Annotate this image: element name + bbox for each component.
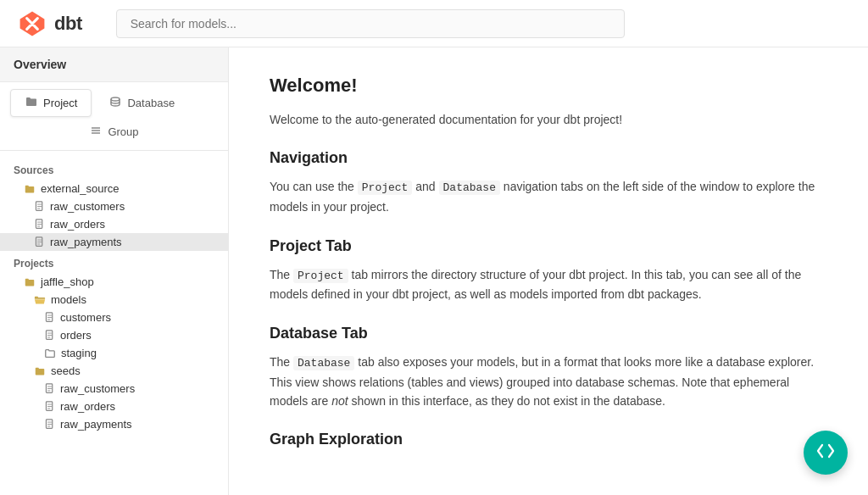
section-projects-label: Projects xyxy=(0,251,228,273)
tab-group-label: Group xyxy=(108,125,138,138)
tab-group[interactable]: Group xyxy=(10,120,218,143)
file-icon xyxy=(44,330,55,341)
tree-item-orders[interactable]: orders xyxy=(0,326,228,344)
database-code: Database xyxy=(439,181,500,195)
tree-item-raw-customers-seed[interactable]: raw_customers xyxy=(0,380,228,398)
folder-icon xyxy=(24,276,36,288)
database-tab-body: The Database tab also exposes your model… xyxy=(270,353,827,411)
tree-item-seeds[interactable]: seeds xyxy=(0,362,228,380)
tree-item-models[interactable]: models xyxy=(0,291,228,309)
tree-item-raw-payments[interactable]: raw_payments xyxy=(0,233,228,251)
tree-label: customers xyxy=(60,311,111,324)
tree-label: raw_orders xyxy=(50,218,105,231)
tree-label: staging xyxy=(61,347,97,359)
header: dbt xyxy=(0,0,868,47)
tab-project-label: Project xyxy=(43,97,77,109)
tab-database-label: Database xyxy=(127,97,175,109)
tree-item-raw-orders-seed[interactable]: raw_orders xyxy=(0,398,228,415)
dbt-logo-icon xyxy=(17,8,47,39)
file-icon xyxy=(34,236,45,248)
tree-item-staging[interactable]: staging xyxy=(0,344,228,362)
tab-project[interactable]: Project xyxy=(10,89,92,117)
tree-item-raw-orders[interactable]: raw_orders xyxy=(0,215,228,233)
folder-icon xyxy=(24,183,36,195)
overview-label: Overview xyxy=(0,47,228,82)
svg-point-0 xyxy=(111,97,120,101)
tree-label: raw_payments xyxy=(60,418,132,431)
tree-label: jaffle_shop xyxy=(41,275,94,288)
search-bar[interactable] xyxy=(116,9,625,38)
file-icon xyxy=(44,419,55,430)
project-code2: Project xyxy=(293,269,348,283)
tree-label: models xyxy=(51,293,86,306)
tree-label: external_source xyxy=(41,182,120,195)
folder-icon xyxy=(34,365,46,377)
fab-button[interactable] xyxy=(804,431,848,475)
tree-item-raw-customers[interactable]: raw_customers xyxy=(0,197,228,215)
sidebar-tabs: Project Database Group xyxy=(0,82,228,151)
tree-label: raw_customers xyxy=(60,382,135,395)
sidebar-content: Sources external_source raw_customers ra… xyxy=(0,151,228,495)
project-tab-body: The Project tab mirrors the directory st… xyxy=(270,265,827,304)
graph-exploration-heading: Graph Exploration xyxy=(270,431,827,448)
section-sources-label: Sources xyxy=(0,158,228,180)
folder-empty-icon xyxy=(44,348,56,359)
search-input[interactable] xyxy=(116,9,625,38)
project-tab-heading: Project Tab xyxy=(270,237,827,255)
group-icon xyxy=(89,124,103,140)
file-icon xyxy=(44,383,55,394)
navigation-body: You can use the Project and Database nav… xyxy=(270,177,827,216)
intro-text: Welcome to the auto-generated documentat… xyxy=(270,110,827,129)
page-title: Welcome! xyxy=(270,75,827,97)
tree-label: seeds xyxy=(51,364,81,377)
tree-item-customers[interactable]: customers xyxy=(0,309,228,326)
file-icon xyxy=(44,312,55,323)
navigation-heading: Navigation xyxy=(270,149,827,167)
logo: dbt xyxy=(17,8,82,39)
logo-text: dbt xyxy=(54,13,82,35)
file-icon xyxy=(34,219,45,230)
database-tab-heading: Database Tab xyxy=(270,325,827,342)
database-icon xyxy=(108,95,122,111)
folder-open-icon xyxy=(34,294,46,306)
tree-item-raw-payments-seed[interactable]: raw_payments xyxy=(0,415,228,433)
file-icon xyxy=(44,401,55,412)
main-layout: Overview Project Database Group xyxy=(0,47,868,495)
fab-icon xyxy=(815,441,836,465)
tree-item-external-source[interactable]: external_source xyxy=(0,180,228,197)
database-code2: Database xyxy=(293,356,354,370)
tab-database[interactable]: Database xyxy=(95,90,188,116)
tree-label: raw_orders xyxy=(60,400,115,413)
main-content: Welcome! Welcome to the auto-generated d… xyxy=(229,47,868,495)
file-icon xyxy=(34,201,45,212)
sidebar: Overview Project Database Group xyxy=(0,47,229,495)
project-code: Project xyxy=(358,181,413,195)
tree-label: orders xyxy=(60,329,92,342)
folder-icon xyxy=(25,95,38,111)
tree-label: raw_payments xyxy=(50,236,122,248)
tree-item-jaffle-shop[interactable]: jaffle_shop xyxy=(0,273,228,291)
tree-label: raw_customers xyxy=(50,200,125,213)
